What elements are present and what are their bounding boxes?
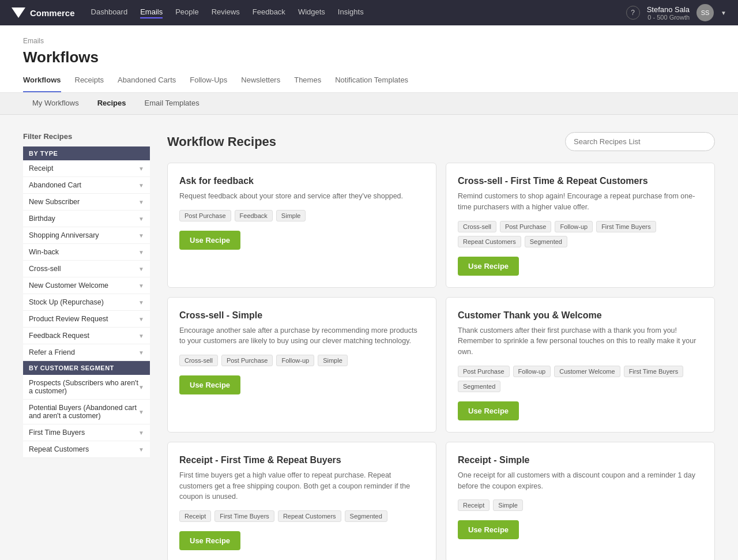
- filter-sidebar: Filter Recipes BY TYPE Receipt ▼ Abandon…: [23, 132, 150, 560]
- filter-shopping-anniversary[interactable]: Shopping Anniversary ▼: [23, 227, 150, 244]
- recipe-title: Cross-sell - First Time & Repeat Custome…: [458, 176, 703, 186]
- nav-widgets[interactable]: Widgets: [298, 7, 325, 18]
- recipe-desc: Request feedback about your store and se…: [179, 191, 424, 202]
- tag: Cross-sell: [179, 355, 218, 366]
- tab-recipes[interactable]: Recipes: [88, 93, 135, 114]
- filter-new-customer-welcome[interactable]: New Customer Welcome ▼: [23, 277, 150, 294]
- filter-prospects[interactable]: Prospects (Subscribers who aren't a cust…: [23, 375, 150, 400]
- nav-emails[interactable]: Emails: [140, 7, 163, 18]
- chevron-icon: ▼: [138, 333, 144, 339]
- recipe-card-customer-welcome: Customer Thank you & Welcome Thank custo…: [446, 297, 715, 433]
- tag: Receipt: [179, 510, 211, 522]
- nav-insights[interactable]: Insights: [338, 7, 364, 18]
- recipe-tags: Receipt Simple: [458, 499, 703, 511]
- tag: Simple: [318, 355, 348, 366]
- recipe-card-crosssell-simple: Cross-sell - Simple Encourage another sa…: [167, 297, 436, 433]
- chevron-icon: ▼: [138, 232, 144, 239]
- recipe-desc: Thank customers after their first purcha…: [458, 325, 703, 358]
- filter-first-time-buyers[interactable]: First Time Buyers ▼: [23, 424, 150, 441]
- tag: Post Purchase: [221, 355, 273, 366]
- main-content: Filter Recipes BY TYPE Receipt ▼ Abandon…: [0, 115, 738, 560]
- help-icon[interactable]: ?: [626, 6, 640, 20]
- filter-product-review[interactable]: Product Review Request ▼: [23, 311, 150, 328]
- filter-potential-buyers[interactable]: Potential Buyers (Abandoned cart and are…: [23, 400, 150, 424]
- recipe-title: Receipt - Simple: [458, 455, 703, 465]
- brand-logo[interactable]: Commerce: [12, 7, 75, 18]
- use-recipe-button[interactable]: Use Recipe: [179, 231, 240, 250]
- filter-section-by-type: BY TYPE: [23, 146, 150, 160]
- recipe-card-ask-feedback: Ask for feedback Request feedback about …: [167, 163, 436, 288]
- use-recipe-button[interactable]: Use Recipe: [458, 257, 519, 276]
- nav-dashboard[interactable]: Dashboard: [91, 7, 128, 18]
- user-avatar[interactable]: SS: [696, 4, 714, 21]
- chevron-icon: ▼: [138, 283, 144, 289]
- recipe-title: Customer Thank you & Welcome: [458, 310, 703, 321]
- tag: Post Purchase: [179, 210, 231, 221]
- filter-abandoned-cart[interactable]: Abandoned Cart ▼: [23, 177, 150, 194]
- tab-email-templates[interactable]: Email Templates: [135, 93, 209, 114]
- nav-reviews[interactable]: Reviews: [212, 7, 240, 18]
- chevron-icon: ▼: [138, 430, 144, 436]
- chevron-icon: ▼: [138, 199, 144, 205]
- tag: Feedback: [235, 210, 273, 221]
- brand-icon: [12, 7, 25, 18]
- recipe-title: Receipt - First Time & Repeat Buyers: [179, 455, 424, 465]
- use-recipe-button[interactable]: Use Recipe: [179, 531, 240, 550]
- chevron-icon: ▼: [138, 446, 144, 453]
- chevron-icon: ▼: [138, 266, 144, 272]
- breadcrumb: Emails: [23, 37, 715, 45]
- chevron-icon: ▼: [138, 249, 144, 255]
- tab-workflows[interactable]: Workflows: [23, 76, 61, 92]
- nav-feedback[interactable]: Feedback: [253, 7, 285, 18]
- recipe-desc: Remind customers to shop again! Encourag…: [458, 191, 703, 213]
- filter-cross-sell[interactable]: Cross-sell ▼: [23, 261, 150, 277]
- filter-stock-up[interactable]: Stock Up (Repurchase) ▼: [23, 294, 150, 311]
- recipe-title: Ask for feedback: [179, 176, 424, 186]
- tab-newsletters[interactable]: Newsletters: [241, 76, 280, 92]
- tab-abandoned-carts[interactable]: Abandoned Carts: [118, 76, 176, 92]
- recipe-card-receipt-simple: Receipt - Simple One receipt for all cus…: [446, 442, 715, 560]
- nav-right: ? Stefano Sala 0 - 500 Growth SS ▼: [626, 4, 726, 21]
- tag: First Time Buyers: [596, 221, 656, 232]
- tag: Cross-sell: [458, 221, 496, 232]
- tag: Follow-up: [513, 366, 551, 377]
- use-recipe-button[interactable]: Use Recipe: [179, 375, 240, 394]
- recipe-tags: Post Purchase Feedback Simple: [179, 210, 424, 221]
- nav-user-name: Stefano Sala: [647, 5, 690, 14]
- filter-birthday[interactable]: Birthday ▼: [23, 211, 150, 227]
- filter-refer-friend[interactable]: Refer a Friend ▼: [23, 344, 150, 361]
- use-recipe-button[interactable]: Use Recipe: [458, 520, 519, 539]
- filter-feedback-request[interactable]: Feedback Request ▼: [23, 328, 150, 344]
- filter-new-subscriber[interactable]: New Subscriber ▼: [23, 194, 150, 211]
- recipe-card-crosssell-repeat: Cross-sell - First Time & Repeat Custome…: [446, 163, 715, 288]
- nav-user-info: Stefano Sala 0 - 500 Growth: [647, 5, 690, 21]
- tag: First Time Buyers: [624, 366, 684, 377]
- recipe-card-receipt-repeat: Receipt - First Time & Repeat Buyers Fir…: [167, 442, 436, 560]
- recipe-desc: One receipt for all customers with a dis…: [458, 470, 703, 492]
- recipe-tags: Post Purchase Follow-up Customer Welcome…: [458, 366, 703, 392]
- chevron-icon: ▼: [138, 349, 144, 356]
- recipe-title: Cross-sell - Simple: [179, 310, 424, 321]
- tab-themes[interactable]: Themes: [294, 76, 321, 92]
- search-input[interactable]: [565, 132, 715, 151]
- recipe-desc: Encourage another sale after a purchase …: [179, 325, 424, 347]
- filter-win-back[interactable]: Win-back ▼: [23, 244, 150, 261]
- recipes-area: Workflow Recipes Ask for feedback Reques…: [167, 132, 715, 560]
- tag: First Time Buyers: [214, 510, 274, 522]
- chevron-icon: ▼: [138, 409, 144, 415]
- tab-follow-ups[interactable]: Follow-Ups: [190, 76, 227, 92]
- tab-my-workflows[interactable]: My Workflows: [23, 93, 88, 114]
- recipes-header: Workflow Recipes: [167, 132, 715, 151]
- tag: Simple: [493, 499, 523, 511]
- tab-receipts[interactable]: Receipts: [75, 76, 104, 92]
- nav-user-plan: 0 - 500 Growth: [647, 14, 690, 21]
- filter-repeat-customers[interactable]: Repeat Customers ▼: [23, 441, 150, 458]
- nav-people[interactable]: People: [175, 7, 198, 18]
- tag: Receipt: [458, 499, 490, 511]
- tag: Repeat Customers: [458, 236, 521, 247]
- use-recipe-button[interactable]: Use Recipe: [458, 401, 519, 420]
- chevron-icon: ▼: [138, 384, 144, 390]
- tag: Customer Welcome: [554, 366, 620, 377]
- filter-receipt[interactable]: Receipt ▼: [23, 160, 150, 177]
- tab-notification-templates[interactable]: Notification Templates: [335, 76, 408, 92]
